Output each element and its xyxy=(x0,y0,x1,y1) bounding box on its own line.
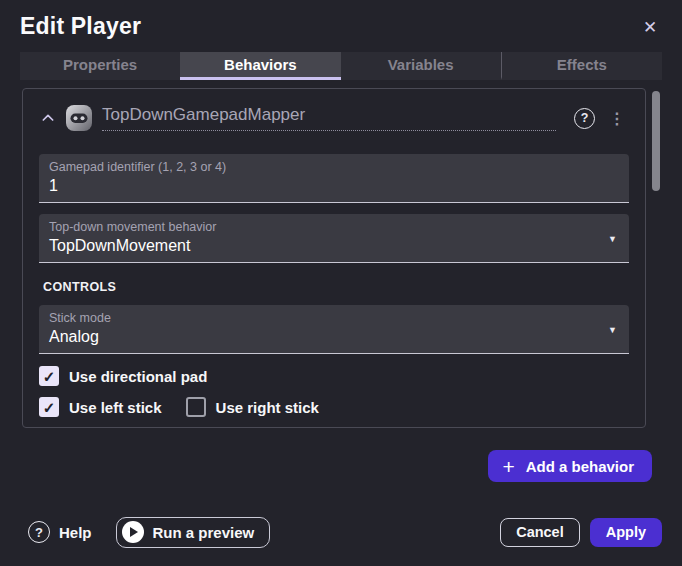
checkbox-label: Use left stick xyxy=(69,399,162,416)
add-behavior-label: Add a behavior xyxy=(526,458,634,475)
gamepad-identifier-value: 1 xyxy=(49,175,589,196)
use-left-stick-checkbox[interactable]: ✓ Use left stick xyxy=(39,397,162,417)
caret-down-icon: ▼ xyxy=(608,234,617,244)
behaviors-scroll-area: TopDownGamepadMapper ? ⋮ Gamepad identif… xyxy=(20,88,662,440)
caret-down-icon: ▼ xyxy=(608,325,617,335)
collapse-chevron-up-icon[interactable] xyxy=(39,109,57,127)
add-behavior-row: + Add a behavior xyxy=(20,450,652,482)
checkbox-label: Use directional pad xyxy=(69,368,207,385)
behavior-menu-kebab-icon[interactable]: ⋮ xyxy=(605,109,629,128)
use-directional-pad-checkbox[interactable]: ✓ Use directional pad xyxy=(39,366,207,386)
play-icon xyxy=(122,521,144,543)
gamepad-identifier-label: Gamepad identifier (1, 2, 3 or 4) xyxy=(49,160,589,175)
checkbox-checked-icon[interactable]: ✓ xyxy=(39,366,59,386)
help-label: Help xyxy=(59,524,92,541)
behavior-name-input[interactable]: TopDownGamepadMapper xyxy=(102,105,556,131)
apply-button[interactable]: Apply xyxy=(590,518,662,547)
checkbox-label: Use right stick xyxy=(216,399,319,416)
run-preview-button[interactable]: Run a preview xyxy=(116,517,271,548)
stick-mode-value: Analog xyxy=(49,326,589,347)
gamepad-icon xyxy=(65,104,93,132)
behavior-help-icon[interactable]: ? xyxy=(574,108,595,129)
stick-mode-label: Stick mode xyxy=(49,311,589,326)
help-icon: ? xyxy=(28,521,50,543)
checkbox-unchecked-icon[interactable] xyxy=(186,397,206,417)
movement-behavior-value: TopDownMovement xyxy=(49,235,589,256)
behavior-card-header: TopDownGamepadMapper ? ⋮ xyxy=(39,103,629,133)
dialog-footer: ? Help Run a preview Cancel Apply xyxy=(0,504,682,566)
checkbox-row: ✓ Use directional pad xyxy=(39,366,629,386)
add-behavior-button[interactable]: + Add a behavior xyxy=(488,450,652,482)
tab-bar: Properties Behaviors Variables Effects xyxy=(20,52,662,80)
plus-icon: + xyxy=(502,456,514,477)
cancel-button[interactable]: Cancel xyxy=(500,518,580,547)
close-icon[interactable]: ✕ xyxy=(638,16,662,40)
help-button[interactable]: ? Help xyxy=(28,521,92,543)
stick-mode-select[interactable]: Stick mode Analog ▼ xyxy=(39,305,629,354)
run-preview-label: Run a preview xyxy=(153,524,255,541)
controls-section-heading: CONTROLS xyxy=(43,280,629,294)
movement-behavior-label: Top-down movement behavior xyxy=(49,220,589,235)
tab-behaviors[interactable]: Behaviors xyxy=(180,52,340,80)
scrollbar-thumb[interactable] xyxy=(652,91,660,191)
edit-player-dialog: Edit Player ✕ Properties Behaviors Varia… xyxy=(0,0,682,566)
movement-behavior-select[interactable]: Top-down movement behavior TopDownMoveme… xyxy=(39,214,629,263)
tab-properties[interactable]: Properties xyxy=(20,52,180,80)
behavior-card: TopDownGamepadMapper ? ⋮ Gamepad identif… xyxy=(22,88,646,428)
tab-effects[interactable]: Effects xyxy=(501,52,662,80)
checkbox-row: ✓ Use left stick Use right stick xyxy=(39,397,629,417)
dialog-header: Edit Player ✕ xyxy=(0,0,682,48)
checkbox-checked-icon[interactable]: ✓ xyxy=(39,397,59,417)
tab-variables[interactable]: Variables xyxy=(341,52,501,80)
use-right-stick-checkbox[interactable]: Use right stick xyxy=(186,397,319,417)
page-title: Edit Player xyxy=(20,13,141,39)
gamepad-identifier-field[interactable]: Gamepad identifier (1, 2, 3 or 4) 1 xyxy=(39,154,629,203)
